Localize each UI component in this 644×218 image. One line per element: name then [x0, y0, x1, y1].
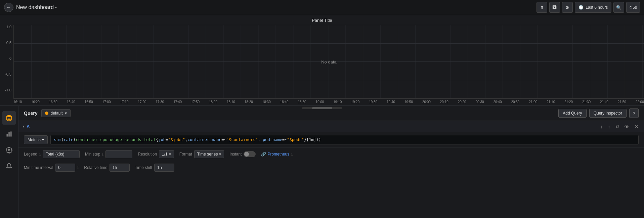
grid-line — [14, 98, 644, 98]
refresh-button[interactable]: ↻ 5s — [626, 2, 640, 13]
min-time-interval-input[interactable] — [55, 164, 75, 172]
collapse-button-a[interactable]: ▾ — [23, 124, 25, 129]
back-button[interactable]: ← — [4, 3, 13, 12]
sidebar-item-settings[interactable] — [2, 143, 16, 157]
y-label--1.0: -1.0 — [0, 88, 11, 92]
metrics-dropdown[interactable]: Metrics ▾ — [24, 135, 48, 144]
format-value: Time series — [197, 152, 218, 157]
min-step-info-icon: ℹ — [102, 152, 103, 157]
advanced-row: Min time interval ℹ Relative time Time s… — [18, 161, 644, 176]
query-hide-button[interactable]: 👁 — [623, 123, 631, 130]
prometheus-info-icon: ℹ — [291, 152, 293, 157]
resolution-label: Resolution — [138, 152, 157, 157]
grid-line — [14, 43, 644, 44]
svg-point-2 — [7, 115, 12, 117]
database-icon — [5, 114, 13, 122]
scrollbar-track[interactable] — [302, 107, 342, 109]
datasource-dot — [45, 112, 48, 115]
y-label--0.5: -0.5 — [0, 72, 11, 76]
back-icon: ← — [6, 5, 11, 10]
dashboard-caret-icon: ▾ — [55, 6, 57, 9]
min-step-input[interactable] — [105, 150, 132, 158]
share-icon: ⬆ — [540, 5, 544, 10]
scrollbar-thumb[interactable] — [312, 107, 332, 109]
topbar-left: ← New dashboard ▾ — [4, 3, 57, 12]
min-time-interval-info-icon: ℹ — [77, 166, 79, 170]
instant-group: Instant — [229, 151, 256, 157]
help-icon: ? — [633, 111, 635, 116]
svg-point-6 — [8, 149, 10, 151]
min-step-label: Min step — [85, 152, 100, 157]
query-move-down-button[interactable]: ↓ — [599, 123, 604, 130]
y-label-0.5: 0.5 — [0, 41, 11, 45]
instant-toggle[interactable] — [244, 151, 256, 157]
datasource-name: default — [50, 111, 62, 116]
settings-icon — [6, 147, 12, 154]
metrics-row: Metrics ▾ sum(rate(container_cpu_usage_s… — [18, 132, 644, 147]
min-step-group: Min step ℹ — [85, 150, 132, 158]
resolution-caret-icon: ▾ — [169, 152, 171, 157]
query-panel: Query default ▾ Add Query Query Inspecto… — [18, 106, 644, 218]
refresh-icon: ↻ — [629, 5, 633, 10]
relative-time-label: Relative time — [84, 165, 107, 170]
time-range-button[interactable]: 🕐 Last 6 hours — [575, 2, 611, 13]
share-button[interactable]: ⬆ — [536, 2, 547, 13]
format-group: Format Time series ▾ — [179, 150, 224, 158]
format-caret-icon: ▾ — [219, 152, 221, 157]
svg-rect-5 — [10, 132, 11, 137]
relative-time-group: Relative time — [84, 164, 129, 172]
toggle-knob — [244, 152, 249, 157]
settings-button[interactable]: ⚙ — [562, 2, 573, 13]
format-dropdown[interactable]: Time series ▾ — [194, 150, 224, 158]
sidebar-item-visualization[interactable] — [2, 127, 16, 141]
legend-group: Legend ℹ — [24, 150, 80, 158]
chart-icon — [6, 131, 12, 137]
prometheus-label: Prometheus — [267, 152, 289, 157]
chart-plot: No data — [13, 25, 644, 99]
topbar-right: ⬆ ⚙ 🕐 Last 6 hours 🔍 ↻ 5s — [536, 2, 640, 13]
instant-label: Instant — [229, 152, 242, 157]
prometheus-group: 🔗 Prometheus ℹ — [261, 152, 293, 157]
query-move-up-button[interactable]: ↑ — [607, 123, 612, 130]
grid-line — [14, 80, 644, 80]
resolution-value: 1/1 — [162, 152, 168, 157]
relative-time-input[interactable] — [110, 164, 130, 172]
search-zoom-button[interactable]: 🔍 — [613, 2, 624, 13]
time-shift-input[interactable] — [154, 164, 174, 172]
options-row: Legend ℹ Min step ℹ Resolution 1/1 ▾ — [18, 147, 644, 161]
query-delete-button[interactable]: ✕ — [633, 123, 640, 130]
resolution-select[interactable]: 1/1 ▾ — [159, 150, 174, 158]
chart-body: 1.0 0.5 0 -0.5 -1.0 — [0, 25, 644, 99]
bell-icon — [6, 163, 12, 170]
query-expression[interactable]: sum(rate(container_cpu_usage_seconds_tot… — [50, 135, 639, 144]
query-row-actions: ↓ ↑ ⧉ 👁 ✕ — [599, 123, 640, 130]
prometheus-link[interactable]: 🔗 Prometheus — [261, 152, 289, 157]
chart-container: Panel Title 1.0 0.5 0 -0.5 -1.0 — [0, 15, 644, 106]
y-label-1.0: 1.0 — [0, 25, 11, 29]
query-label: Query — [24, 111, 37, 116]
min-time-interval-label: Min time interval — [24, 165, 53, 170]
sidebar-item-datasources[interactable] — [2, 111, 16, 125]
sidebar — [0, 106, 18, 218]
metrics-caret-icon: ▾ — [42, 137, 44, 142]
search-icon: 🔍 — [616, 5, 621, 10]
time-shift-group: Time shift — [135, 164, 175, 172]
time-range-label: Last 6 hours — [586, 5, 608, 10]
no-data-label: No data — [321, 59, 337, 64]
save-button[interactable] — [549, 2, 560, 13]
x-axis: 16:10 16:20 16:30 16:40 16:50 17:00 17:1… — [0, 99, 644, 105]
time-shift-label: Time shift — [135, 165, 153, 170]
refresh-interval: 5s — [633, 5, 637, 10]
svg-rect-4 — [8, 132, 9, 137]
query-section-a: ▾ A ↓ ↑ ⧉ 👁 ✕ Metrics ▾ sum(rate(contain… — [18, 121, 644, 176]
query-duplicate-button[interactable]: ⧉ — [614, 123, 620, 130]
save-icon — [552, 5, 557, 10]
legend-label: Legend — [24, 152, 37, 157]
metrics-label: Metrics — [28, 137, 41, 142]
format-label: Format — [179, 152, 192, 157]
dashboard-title-text: New dashboard — [16, 4, 54, 10]
dashboard-title[interactable]: New dashboard ▾ — [16, 4, 57, 10]
legend-input[interactable] — [43, 150, 80, 158]
gear-icon: ⚙ — [565, 5, 569, 10]
sidebar-item-alerts[interactable] — [2, 160, 16, 173]
